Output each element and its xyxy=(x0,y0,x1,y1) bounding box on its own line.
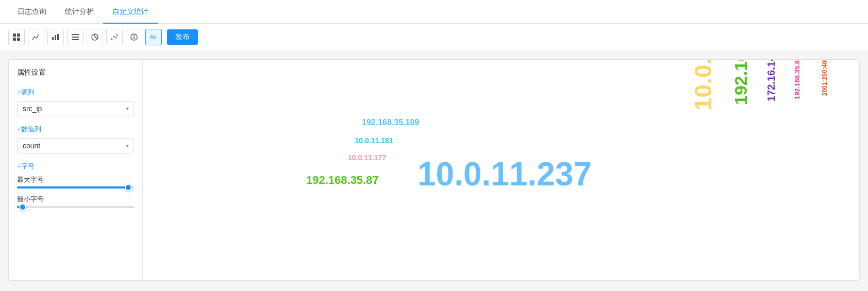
metric-section: +数值列 count sum avg ▾ xyxy=(17,125,134,153)
dim-section: +调列 src_ip dst_ip src_port ▾ xyxy=(17,88,134,116)
svg-rect-0 xyxy=(13,33,16,37)
word-item: 10.0.11.237 xyxy=(418,155,592,193)
properties-sidebar: 属性设置 +调列 src_ip dst_ip src_port ▾ +数值列 c… xyxy=(9,60,143,280)
min-font-slider-row xyxy=(17,206,134,208)
svg-rect-7 xyxy=(72,34,79,35)
metric-select[interactable]: count sum avg xyxy=(17,138,134,153)
min-font-group: 最小字号 xyxy=(17,195,134,208)
line-chart-icon-btn[interactable] xyxy=(28,29,44,45)
max-font-slider-row xyxy=(17,186,134,189)
metric-select-wrapper: count sum avg ▾ xyxy=(17,138,134,153)
tab-custom-stat[interactable]: 自定义统计 xyxy=(103,1,158,24)
word-item: 192.168.35.109 xyxy=(362,118,419,127)
max-font-label: 最大字号 xyxy=(17,175,134,184)
font-section: +字号 最大字号 最小字号 xyxy=(17,162,134,208)
word-item: 192.168.35.87 xyxy=(306,174,379,187)
word-item: 10.0.11.181 xyxy=(355,136,393,145)
svg-rect-4 xyxy=(52,37,54,40)
slider-section: 最大字号 最小字号 xyxy=(17,175,134,208)
dim-select[interactable]: src_ip dst_ip src_port xyxy=(17,101,134,116)
max-font-fill xyxy=(17,186,128,189)
svg-rect-1 xyxy=(17,33,20,37)
word-item: 10.0.11.241 xyxy=(689,60,717,111)
publish-button[interactable]: 发布 xyxy=(167,29,198,45)
min-font-thumb[interactable] xyxy=(19,203,26,211)
chart-area: 10.0.11.23710.0.11.241192.168.35.96172.1… xyxy=(143,60,859,280)
svg-rect-5 xyxy=(55,35,56,40)
tab-stat-analysis[interactable]: 统计分析 xyxy=(56,1,103,24)
main-content: 属性设置 +调列 src_ip dst_ip src_port ▾ +数值列 c… xyxy=(0,51,868,289)
info-icon-btn[interactable] xyxy=(126,29,142,45)
svg-rect-2 xyxy=(13,38,16,41)
font-label[interactable]: +字号 xyxy=(17,162,134,171)
bar-chart-icon-btn[interactable] xyxy=(47,29,64,45)
svg-point-15 xyxy=(115,37,117,39)
svg-rect-9 xyxy=(72,39,79,40)
word-item: 192.168.35.96 xyxy=(731,60,751,105)
pie-chart-icon-btn[interactable] xyxy=(87,29,103,45)
max-font-group: 最大字号 xyxy=(17,175,134,189)
tabs-bar: 日志查询 统计分析 自定义统计 xyxy=(0,0,868,24)
max-font-thumb[interactable] xyxy=(125,184,132,191)
dim-label[interactable]: +调列 xyxy=(17,88,134,97)
scatter-icon-btn[interactable] xyxy=(106,29,123,45)
word-item: 172.16.14.117 xyxy=(765,60,777,101)
max-font-track xyxy=(17,186,134,189)
wordcloud-icon-btn[interactable]: Ab xyxy=(145,29,162,45)
tab-log-query[interactable]: 日志查询 xyxy=(8,1,56,24)
svg-rect-19 xyxy=(133,37,135,39)
svg-rect-3 xyxy=(17,38,20,41)
svg-point-13 xyxy=(111,39,113,40)
min-font-track xyxy=(17,206,134,208)
svg-rect-8 xyxy=(72,37,79,38)
metric-label[interactable]: +数值列 xyxy=(17,125,134,134)
sidebar-title: 属性设置 xyxy=(17,68,134,77)
svg-rect-6 xyxy=(57,34,59,40)
word-item: 2001:250:4002:2000::28 xyxy=(821,60,828,96)
svg-point-14 xyxy=(113,36,115,38)
word-item: 10.0.11.177 xyxy=(348,153,386,162)
list-icon-btn[interactable] xyxy=(67,29,84,45)
word-cloud: 10.0.11.23710.0.11.241192.168.35.96172.1… xyxy=(153,77,849,263)
dim-select-wrapper: src_ip dst_ip src_port ▾ xyxy=(17,101,134,116)
word-item: 192.168.35.86 xyxy=(793,60,801,99)
min-font-label: 最小字号 xyxy=(17,195,134,204)
svg-point-18 xyxy=(133,35,135,36)
toolbar: Ab 发布 xyxy=(0,24,868,51)
table-icon-btn[interactable] xyxy=(8,29,25,45)
main-panel: 属性设置 +调列 src_ip dst_ip src_port ▾ +数值列 c… xyxy=(8,59,860,281)
svg-line-12 xyxy=(95,37,97,39)
svg-point-16 xyxy=(116,35,118,36)
svg-text:Ab: Ab xyxy=(150,35,157,40)
